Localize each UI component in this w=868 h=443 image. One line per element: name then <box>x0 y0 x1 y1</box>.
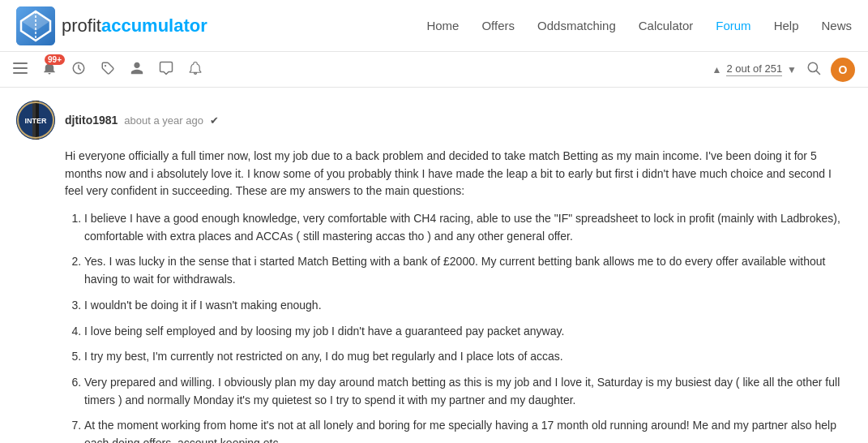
page-down-chevron[interactable]: ▼ <box>787 64 797 75</box>
tag-icon[interactable] <box>100 61 115 79</box>
toolbar-right: ▲ 2 out of 251 ▼ O <box>712 58 855 82</box>
post-header: INTER djtito1981 about a year ago ✔ <box>16 101 852 140</box>
svg-rect-7 <box>13 72 28 74</box>
list-item: Very prepared and willing. I obviously p… <box>84 374 852 409</box>
page-display: 2 out of 251 <box>726 62 782 76</box>
nav-home[interactable]: Home <box>426 19 459 32</box>
nav-help[interactable]: Help <box>774 19 799 32</box>
post-intro: Hi everyone officially a full timer now,… <box>65 148 852 200</box>
list-item: I love being self employed and by loosin… <box>84 323 852 341</box>
list-item: I believe I have a good enough knowledge… <box>84 210 852 245</box>
nav-links: Home Offers Oddsmatching Calculator Foru… <box>426 19 852 32</box>
post-list: I believe I have a good enough knowledge… <box>65 210 852 443</box>
pagination: ▲ 2 out of 251 ▼ <box>712 62 797 76</box>
post-username: djtito1981 <box>65 114 118 127</box>
page-up-chevron[interactable]: ▲ <box>712 64 722 75</box>
list-item: I try my best, I'm currently not restric… <box>84 348 852 366</box>
list-item: At the moment working from home it's not… <box>84 417 852 443</box>
list-item: I wouldn't be doing it if I wasn't makin… <box>84 297 852 315</box>
search-button[interactable] <box>806 61 821 79</box>
nav-news[interactable]: News <box>821 19 852 32</box>
svg-rect-6 <box>13 67 28 69</box>
user-edit-icon[interactable] <box>130 61 144 79</box>
bell-outline-icon[interactable] <box>188 61 203 79</box>
top-navigation: profitaccumulator Home Offers Oddsmatchi… <box>0 0 868 52</box>
svg-line-11 <box>816 71 819 74</box>
post-time[interactable]: about a year ago <box>124 114 203 127</box>
svg-text:INTER: INTER <box>25 117 48 125</box>
verified-icon: ✔ <box>210 114 219 127</box>
toolbar: 99+ ▲ 2 out of 251 ▼ <box>0 52 868 88</box>
user-avatar[interactable]: O <box>831 58 855 82</box>
nav-oddsmatching[interactable]: Oddsmatching <box>537 19 616 32</box>
post-area: INTER djtito1981 about a year ago ✔ Hi e… <box>0 88 868 443</box>
hamburger-icon[interactable] <box>13 62 28 77</box>
comment-icon[interactable] <box>159 61 173 79</box>
nav-forum[interactable]: Forum <box>716 19 750 32</box>
post-body: Hi everyone officially a full timer now,… <box>16 148 852 443</box>
toolbar-left: 99+ <box>13 61 203 79</box>
svg-point-10 <box>808 62 817 71</box>
clock-icon[interactable] <box>71 61 86 79</box>
logo-icon <box>16 6 55 45</box>
logo-text: profitaccumulator <box>62 15 207 37</box>
post-meta: djtito1981 about a year ago ✔ <box>65 114 219 127</box>
svg-point-9 <box>105 64 106 66</box>
logo[interactable]: profitaccumulator <box>16 6 207 45</box>
nav-calculator[interactable]: Calculator <box>639 19 694 32</box>
notification-badge: 99+ <box>45 54 65 65</box>
post-author-avatar: INTER <box>16 101 55 140</box>
list-item: Yes. I was lucky in the sense that i sta… <box>84 253 852 288</box>
notifications-icon[interactable]: 99+ <box>42 61 57 79</box>
nav-offers[interactable]: Offers <box>481 19 515 32</box>
svg-rect-5 <box>13 62 28 64</box>
